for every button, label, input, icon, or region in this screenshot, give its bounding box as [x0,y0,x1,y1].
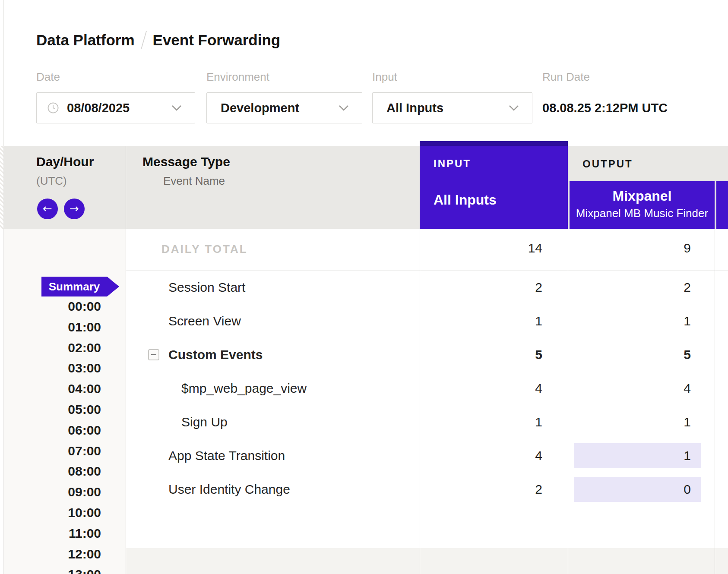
environment-filter-label: Environment [206,70,269,84]
output-count-cell: 1 [126,405,691,439]
summary-badge-arrow [107,277,119,296]
date-select[interactable]: 08/08/2025 [36,92,195,123]
input-column-kicker: INPUT [434,158,471,170]
message-rows: Session Start22Screen View11Custom Event… [126,271,728,506]
chevron-down-icon [171,105,182,111]
frozen-pane-hatch [0,146,3,229]
hour-label[interactable]: 10:00 [4,505,101,520]
output-column-header-partial [716,181,728,229]
table-footer-background [126,548,728,574]
output-count-cell: 2 [126,271,691,304]
date-select-value: 08/08/2025 [67,101,130,115]
output-section-kicker: OUTPUT [582,158,633,170]
message-type-column-title: Message Type [142,155,230,169]
input-column-title: All Inputs [434,192,497,208]
chevron-down-icon [509,105,519,111]
output-column-header-mixpanel[interactable]: Mixpanel Mixpanel MB Music Finder [570,181,715,229]
clock-icon [47,102,59,114]
hour-label[interactable]: 11:00 [4,526,101,541]
output-column-title: Mixpanel [570,188,715,204]
environment-select-value: Development [221,101,299,115]
breadcrumb: Data Platform Event Forwarding [36,31,280,49]
header-divider [4,61,728,61]
output-count-cell: 4 [126,372,691,405]
breadcrumb-separator [141,31,147,49]
output-column-subtitle: Mixpanel MB Music Finder [570,207,715,220]
daily-total-input-value: 14 [456,241,542,255]
output-count-cell: 1 [126,439,691,473]
hour-label[interactable]: 02:00 [4,341,101,355]
date-filter-label: Date [36,70,60,84]
message-type-column-subtitle: Event Name [163,174,225,188]
day-hour-column-title: Day/Hour [36,155,94,169]
summary-badge-label: Summary [41,277,107,296]
breadcrumb-page: Event Forwarding [153,32,281,49]
input-select-value: All Inputs [386,101,443,115]
output-count-cell: 0 [126,473,691,506]
hour-label[interactable]: 05:00 [4,402,101,417]
environment-select[interactable]: Development [206,92,362,123]
table-row: Session Start22 [126,271,728,304]
breadcrumb-section[interactable]: Data Platform [36,32,135,49]
hour-label[interactable]: 04:00 [4,382,101,396]
event-forwarding-page: Data Platform Event Forwarding Date Envi… [0,0,728,574]
output-count-cell: 1 [126,304,691,338]
input-filter-label: Input [372,70,397,84]
hour-label[interactable]: 03:00 [4,361,101,375]
input-column-accent-strip [420,141,568,146]
hour-label[interactable]: 13:00 [4,567,101,574]
daily-total-label: DAILY TOTAL [161,243,248,256]
input-select[interactable]: All Inputs [372,92,532,123]
run-date-label: Run Date [542,70,590,84]
next-day-button[interactable]: → [64,199,85,219]
daily-total-output-value: 9 [605,241,691,255]
hour-label[interactable]: 08:00 [4,464,101,479]
hour-label[interactable]: 01:00 [4,320,101,334]
input-column-header[interactable]: INPUT All Inputs [420,141,568,229]
hour-label[interactable]: 09:00 [4,485,101,499]
previous-day-button[interactable]: ← [37,199,58,219]
table-row: User Identity Change20 [126,473,728,506]
chevron-down-icon [339,105,349,111]
run-date-value: 08.08.25 2:12PM UTC [542,92,668,123]
table-row: Screen View11 [126,304,728,338]
hour-label[interactable]: 00:00 [4,299,101,314]
output-count-cell: 5 [126,338,691,372]
table-row: Sign Up11 [126,405,728,439]
table-row: App State Transition41 [126,439,728,473]
day-hour-column-subtitle: (UTC) [36,174,67,188]
hour-label[interactable]: 06:00 [4,423,101,438]
table-row: $mp_web_page_view44 [126,372,728,405]
hour-label[interactable]: 12:00 [4,547,101,561]
table-row: Custom Events55 [126,338,728,372]
hour-label[interactable]: 07:00 [4,444,101,458]
